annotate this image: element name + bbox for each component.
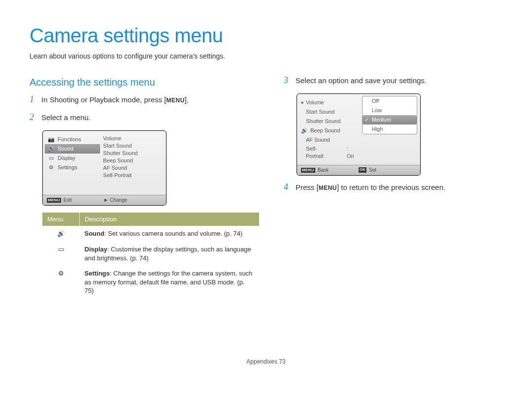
opt-start-sound: Start Sound — [306, 108, 334, 116]
opt-af-sound: AF Sound — [306, 136, 330, 144]
opt-self-portrait-value: : On — [347, 145, 357, 160]
step-4: 4 Press [MENU] to return to the previous… — [284, 183, 502, 192]
sound-icon: 🔊 — [301, 127, 308, 134]
footer-menu-btn: MENU — [47, 198, 61, 203]
menu-item-sound: Sound — [58, 145, 73, 153]
footer-change: Change — [110, 197, 127, 204]
opt-self-portrait: Self-Portrait — [306, 145, 334, 160]
display-icon: ▭ — [48, 155, 55, 162]
page-subtitle: Learn about various options to configure… — [30, 52, 502, 61]
step-4-text-post: ] to return to the previous screen. — [337, 183, 445, 191]
submenu-beep-sound: Beep Sound — [103, 157, 163, 164]
step-number: 1 — [30, 95, 36, 105]
menu-item-functions: Functions — [58, 136, 81, 143]
step-2-text: Select a menu. — [41, 113, 91, 123]
footer-set: Set — [369, 167, 376, 174]
step-1-text-post: ]. — [185, 95, 189, 104]
footer-exit: Exit — [64, 197, 72, 204]
val-low: Low — [372, 107, 382, 114]
val-high: High — [372, 125, 383, 133]
submenu-volume: Volume — [103, 135, 163, 142]
footer-menu-btn: MENU — [301, 168, 315, 173]
menu-item-display: Display — [58, 154, 75, 162]
row-display-label: Display — [85, 246, 107, 253]
menu-button-label: MENU — [319, 185, 337, 191]
sound-icon: 🔊 — [48, 146, 55, 153]
play-icon: ▶ — [104, 198, 107, 203]
row-display-desc: : Customise the display settings, such a… — [85, 246, 251, 262]
page-title: Camera settings menu — [30, 22, 502, 49]
page-footer: Appendixes 73 — [30, 358, 502, 366]
check-icon — [365, 116, 369, 123]
footer-ok-btn: OK — [359, 167, 366, 173]
step-number: 4 — [284, 183, 291, 192]
table-row: ▭ Display: Customise the display setting… — [42, 242, 259, 266]
table-header-menu: Menu — [42, 213, 80, 226]
step-1-text-pre: In Shooting or Playback mode, press [ — [41, 95, 166, 104]
menu-screenshot-2: Volume Start Sound Shutter Sound 🔊Beep S… — [297, 93, 421, 175]
menu-description-table: Menu Description 🔊 Sound: Set various ca… — [42, 213, 259, 299]
menu-button-label: MENU — [166, 97, 184, 104]
submenu-self-portrait: Self-Portrait — [103, 172, 163, 179]
step-1: 1 In Shooting or Playback mode, press [M… — [30, 95, 259, 105]
footer-back: Back — [318, 167, 329, 174]
opt-shutter-sound: Shutter Sound — [306, 118, 340, 125]
row-sound-label: Sound — [85, 230, 104, 237]
submenu-start-sound: Start Sound — [103, 142, 163, 150]
step-3-text: Select an option and save your settings. — [296, 76, 427, 86]
display-icon: ▭ — [58, 246, 64, 253]
table-row: 🔊 Sound: Set various camera sounds and v… — [42, 226, 259, 242]
row-settings-desc: : Change the settings for the camera sys… — [85, 270, 253, 294]
right-column: 3 Select an option and save your setting… — [284, 76, 502, 299]
settings-icon: ⚙ — [48, 164, 55, 171]
row-sound-desc: : Set various camera sounds and volume. … — [104, 230, 242, 237]
left-column: Accessing the settings menu 1 In Shootin… — [30, 76, 259, 299]
opt-beep-sound: Beep Sound — [310, 127, 340, 134]
table-header-description: Description — [80, 213, 260, 226]
submenu-af-sound: AF Sound — [103, 164, 163, 172]
settings-icon: ⚙ — [58, 270, 64, 277]
table-row: ⚙ Settings: Change the settings for the … — [42, 266, 259, 299]
row-settings-label: Settings — [85, 270, 110, 277]
footer-section: Appendixes — [246, 358, 277, 365]
menu-item-settings: Settings — [58, 164, 77, 171]
sound-icon: 🔊 — [57, 230, 65, 237]
menu-screenshot-1: 📷Functions 🔊Sound ▭Display ⚙Settings Vol… — [42, 130, 166, 206]
step-number: 3 — [284, 76, 291, 86]
section-heading: Accessing the settings menu — [30, 76, 259, 89]
step-number: 2 — [30, 113, 36, 123]
submenu-shutter-sound: Shutter Sound — [103, 150, 163, 157]
opt-volume: Volume — [306, 99, 324, 106]
camera-icon: 📷 — [48, 136, 55, 143]
step-2: 2 Select a menu. — [30, 113, 259, 123]
bullet-icon — [301, 101, 303, 104]
footer-page-number: 73 — [279, 358, 285, 365]
val-off: Off — [372, 97, 379, 105]
step-3: 3 Select an option and save your setting… — [284, 76, 502, 86]
val-medium: Medium — [372, 116, 391, 123]
step-4-text-pre: Press [ — [296, 183, 319, 191]
